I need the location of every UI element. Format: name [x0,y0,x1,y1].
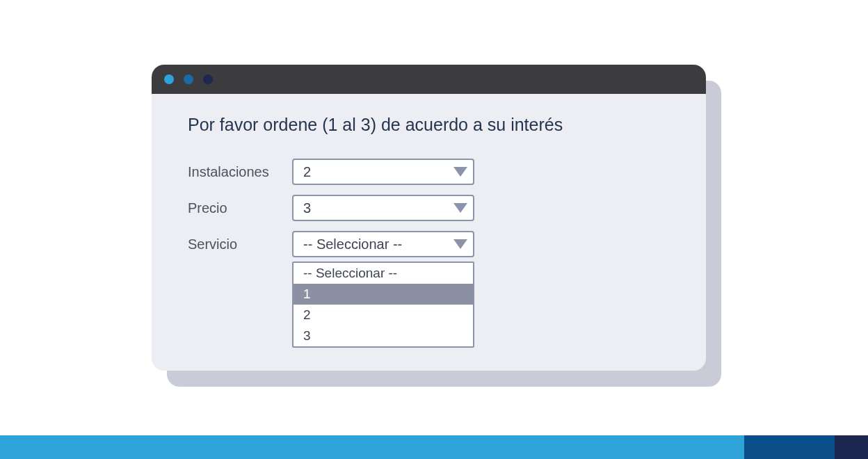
select-precio[interactable]: 3 [292,195,474,221]
select-value: 2 [303,164,311,180]
dropdown-servicio: -- Seleccionar -- 1 2 3 [292,261,474,348]
dropdown-option[interactable]: -- Seleccionar -- [294,263,473,284]
row-servicio: Servicio -- Seleccionar -- -- Selecciona… [188,231,670,257]
row-precio: Precio 3 [188,195,670,221]
select-servicio[interactable]: -- Seleccionar -- [292,231,474,257]
window-dot-3 [203,74,213,84]
chevron-down-icon [453,239,467,249]
row-label: Servicio [188,236,292,252]
footer-segment-right [835,435,868,459]
footer-stripe [0,435,868,459]
window-content: Por favor ordene (1 al 3) de acuerdo a s… [152,94,706,257]
chevron-down-icon [453,167,467,177]
app-window: Por favor ordene (1 al 3) de acuerdo a s… [152,65,706,371]
chevron-down-icon [453,203,467,213]
page-title: Por favor ordene (1 al 3) de acuerdo a s… [188,115,670,135]
select-value: -- Seleccionar -- [303,236,402,252]
row-label: Precio [188,200,292,216]
svg-marker-2 [453,239,467,249]
dropdown-option[interactable]: 2 [294,305,473,325]
dropdown-option[interactable]: 3 [294,325,473,346]
window-dot-1 [164,74,174,84]
titlebar [152,65,706,94]
svg-marker-0 [453,167,467,177]
row-label: Instalaciones [188,164,292,180]
dropdown-option[interactable]: 1 [294,284,473,305]
row-instalaciones: Instalaciones 2 [188,159,670,185]
ranking-rows: Instalaciones 2 Precio 3 [188,159,670,257]
select-value: 3 [303,200,311,216]
select-instalaciones[interactable]: 2 [292,159,474,185]
window-dot-2 [184,74,193,84]
svg-marker-1 [453,203,467,213]
